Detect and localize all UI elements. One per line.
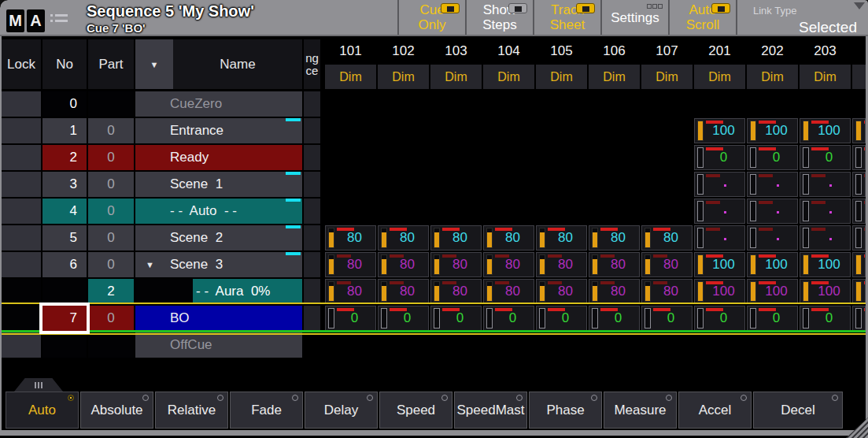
ma-logo[interactable]: M A [6,9,45,32]
track-cell-201[interactable] [694,172,745,197]
track-cell-203[interactable] [800,225,851,251]
track-cell-201[interactable]: 0 [694,145,745,170]
channel-header-201[interactable]: 201Dim [694,39,745,89]
cue-name-cell[interactable]: - - Auto - - [135,199,302,224]
track-cell-203[interactable] [800,199,851,224]
lock-cell[interactable] [2,199,41,224]
cue-name-cell[interactable]: ▼Scene 3 [135,252,302,277]
link-type-button[interactable]: Link TypeSelected [736,0,868,35]
encoder-tab-auto[interactable]: Auto [6,392,79,429]
cue-no-cell[interactable]: 5 [42,225,87,251]
cue-name-cell[interactable]: Scene 1 [135,172,302,197]
track-cell-203[interactable]: 100 [800,252,851,277]
track-cell-102[interactable]: 80 [378,279,429,304]
track-cell-partial[interactable] [852,225,866,251]
expand-triangle-icon[interactable]: ▼ [146,252,154,277]
cue-name-cell[interactable]: BO [135,306,302,331]
lock-cell[interactable] [2,252,41,277]
track-cell-partial[interactable] [852,172,866,197]
track-cell-107[interactable]: 80 [641,225,693,251]
encoder-tab-accel[interactable]: Accel [678,392,752,429]
encoder-tab-relative[interactable]: Relative [155,392,228,429]
cue-part-cell[interactable]: 0 [88,145,134,170]
encoder-tab-delay[interactable]: Delay [305,392,378,429]
cue-name-cell[interactable]: - - Aura 0% [135,279,302,304]
track-cell-203[interactable]: 100 [800,118,851,143]
encoder-tab-absolute[interactable]: Absolute [80,392,153,429]
cue-name-cell[interactable]: Scene 2 [135,225,302,251]
track-cell-107[interactable]: 80 [641,252,693,277]
settings-button[interactable]: Settings [600,0,668,35]
cue-name-cell[interactable]: Entrance [135,118,302,143]
track-cell-103[interactable]: 80 [430,279,482,304]
cue-no-cell[interactable] [42,332,87,358]
lock-cell[interactable] [2,172,41,197]
list-menu-icon[interactable] [50,14,68,25]
cue-no-cell[interactable]: 2 [42,145,87,170]
channel-header-101[interactable]: 101Dim [325,39,376,89]
cue-no-cell[interactable]: 1 [42,118,87,143]
track-cell-101[interactable]: 0 [325,306,376,331]
cue-part-cell[interactable]: 0 [88,252,134,277]
selected-cue-no-cell[interactable]: 7 [42,306,87,331]
encoder-tab-fade[interactable]: Fade [230,392,303,429]
encoder-tab-phase[interactable]: Phase [529,392,602,429]
track-cell-partial[interactable] [852,145,866,170]
track-cell-102[interactable]: 80 [378,252,429,277]
lock-cell[interactable] [2,118,41,143]
track-cell-106[interactable]: 80 [589,279,640,304]
track-cell-202[interactable]: 0 [747,306,798,331]
track-cell-107[interactable]: 0 [641,306,693,331]
track-cell-202[interactable] [747,225,798,251]
track-cell-partial[interactable] [852,252,866,277]
track-cell-105[interactable]: 0 [536,306,587,331]
encoder-tab-decel[interactable]: Decel [753,392,843,429]
lock-cell[interactable] [2,225,41,251]
cue-no-cell[interactable]: 3 [42,172,87,197]
track-cell-202[interactable] [747,172,798,197]
track-cell-202[interactable]: 100 [747,252,798,277]
track-cell-102[interactable]: 80 [378,225,429,251]
track-cell-105[interactable]: 80 [536,279,587,304]
channel-header-203[interactable]: 203Dim [800,39,851,89]
track-cell-201[interactable]: 100 [694,118,745,143]
cue-only-button[interactable]: CueOnly [397,0,465,35]
track-cell-107[interactable]: 80 [641,279,693,304]
encoder-tab-measure[interactable]: Measure [604,392,677,429]
channel-header-103[interactable]: 103Dim [430,39,482,89]
lock-cell[interactable] [2,332,41,358]
track-cell-203[interactable]: 0 [800,306,851,331]
track-cell-203[interactable]: 100 [800,279,851,304]
track-cell-104[interactable]: 0 [483,306,534,331]
lock-cell[interactable] [2,279,41,304]
track-cell-201[interactable] [694,225,745,251]
track-cell-201[interactable] [694,199,745,224]
auto-scroll-button[interactable]: AutoScroll [668,0,736,35]
track-cell-partial[interactable] [852,279,866,304]
cue-part-cell[interactable]: 0 [88,199,134,224]
track-cell-101[interactable]: 80 [325,252,376,277]
track-cell-partial[interactable] [852,199,866,224]
cue-no-cell[interactable]: 6 [42,252,87,277]
track-cell-partial[interactable] [852,118,866,143]
track-cell-106[interactable]: 80 [589,252,640,277]
track-cell-101[interactable]: 80 [325,279,376,304]
channel-header-105[interactable]: 105Dim [536,39,587,89]
cue-no-cell[interactable]: 4 [42,199,87,224]
filter-triangle-button[interactable]: ▼ [135,39,173,89]
channel-header-202[interactable]: 202Dim [747,39,798,89]
channel-header-107[interactable]: 107Dim [641,39,693,89]
cue-part-cell[interactable]: 0 [88,172,134,197]
cue-name-cell[interactable]: CueZero [135,91,302,117]
track-cell-103[interactable]: 80 [430,252,482,277]
cue-part-cell[interactable]: 2 [88,279,134,304]
track-cell-202[interactable]: 100 [747,118,798,143]
track-cell-104[interactable]: 80 [483,279,534,304]
cue-name-cell[interactable]: OffCue [135,332,302,358]
track-cell-203[interactable] [800,172,851,197]
cue-no-cell[interactable] [42,279,87,304]
show-steps-button[interactable]: ShowSteps [465,0,533,35]
track-cell-104[interactable]: 80 [483,252,534,277]
track-cell-202[interactable] [747,199,798,224]
track-sheet-button[interactable]: TrackSheet [533,0,600,35]
